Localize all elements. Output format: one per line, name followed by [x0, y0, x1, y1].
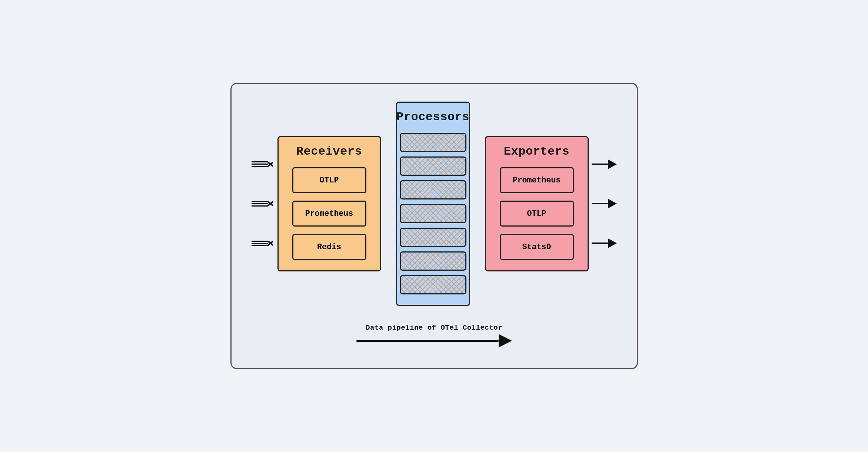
arrow-chevron	[268, 160, 275, 169]
exporters-wrapper: Exporters Prometheus OTLP StatsD	[485, 102, 617, 306]
arrow-line	[252, 241, 268, 242]
processor-bar-3	[400, 180, 466, 199]
arrow-head	[608, 238, 617, 248]
processor-bar-6	[400, 251, 466, 271]
receivers-column: Receivers OTLP Prometheus Redis	[277, 136, 381, 271]
arrow-line	[592, 164, 608, 165]
arrow-line	[252, 245, 268, 246]
right-arrows	[592, 145, 617, 263]
arrow-lines	[252, 201, 268, 207]
receiver-arrow-3	[252, 239, 275, 248]
arrow-chevron	[268, 199, 275, 208]
arrow-lines	[252, 161, 268, 167]
receiver-redis: Redis	[292, 234, 366, 260]
receiver-prometheus: Prometheus	[292, 201, 366, 227]
receiver-otlp: OTLP	[292, 167, 366, 193]
receivers-wrapper: Receivers OTLP Prometheus Redis	[252, 102, 381, 306]
processor-bar-1	[400, 133, 466, 152]
receiver-arrow-1	[252, 160, 275, 169]
arrow-line	[252, 161, 268, 162]
processor-bar-7	[400, 275, 466, 294]
processor-bar-2	[400, 156, 466, 176]
exporter-prometheus: Prometheus	[500, 167, 574, 193]
columns-row: Receivers OTLP Prometheus Redis Processo…	[254, 102, 615, 306]
exporter-arrow-1	[592, 159, 617, 169]
arrow-line	[592, 243, 608, 244]
processor-bar-5	[400, 228, 466, 247]
arrow-line	[252, 166, 268, 167]
processor-bar-4	[400, 204, 466, 223]
receivers-title: Receivers	[296, 145, 362, 158]
exporter-arrow-3	[592, 238, 617, 248]
processors-title: Processors	[396, 110, 469, 124]
exporters-column: Exporters Prometheus OTLP StatsD	[485, 136, 589, 271]
left-arrows	[252, 145, 275, 263]
arrow-line	[252, 205, 268, 207]
receiver-arrow-2	[252, 199, 275, 208]
exporter-otlp: OTLP	[500, 201, 574, 227]
arrow-line	[252, 243, 268, 244]
processors-column: Processors	[396, 102, 470, 306]
pipeline-label: Data pipeline of OTel Collector	[366, 324, 502, 332]
pipeline-arrow-line	[356, 340, 499, 342]
arrow-head	[608, 199, 617, 208]
exporter-arrow-2	[592, 199, 617, 208]
arrow-head	[608, 159, 617, 169]
pipeline-arrow	[356, 334, 512, 347]
diagram-container: Receivers OTLP Prometheus Redis Processo…	[230, 83, 638, 369]
arrow-lines	[252, 241, 268, 246]
arrow-line	[252, 201, 268, 202]
arrow-line	[592, 203, 608, 204]
pipeline-label-row: Data pipeline of OTel Collector	[254, 324, 615, 347]
pipeline-arrow-head	[499, 334, 512, 347]
arrow-line	[252, 164, 268, 165]
exporter-statsd: StatsD	[500, 234, 574, 260]
arrow-chevron	[268, 239, 275, 248]
arrow-line	[252, 203, 268, 204]
exporters-title: Exporters	[504, 145, 569, 158]
